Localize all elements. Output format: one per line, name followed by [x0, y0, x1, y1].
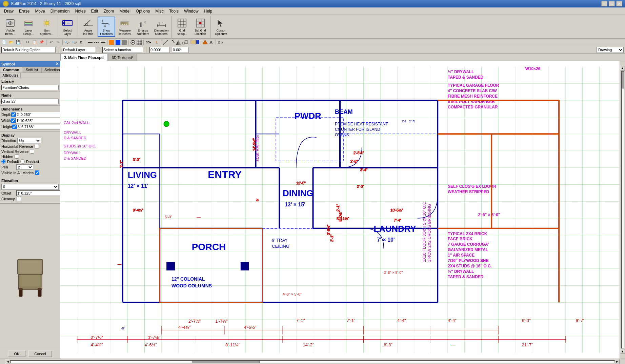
ok-button[interactable]: OK [8, 350, 25, 357]
close-button[interactable]: ✕ [616, 1, 622, 6]
tool-line-style[interactable] [87, 39, 93, 45]
tab-3d-textured[interactable]: 3D Textured* [108, 54, 137, 61]
offset-input[interactable] [16, 190, 60, 196]
tool-undo[interactable]: ↩ [47, 39, 54, 46]
menu-tools[interactable]: Tools [166, 8, 181, 14]
coord1-input[interactable] [149, 47, 170, 53]
tab-attributes[interactable]: Attributes [0, 73, 21, 78]
scroll-left-arrow[interactable]: ◄ [5, 359, 10, 364]
menu-zoom[interactable]: Zoom [101, 8, 117, 14]
visible-all-checkbox[interactable] [35, 170, 39, 175]
direction-select[interactable]: UpDownLeftRight [17, 138, 41, 143]
vscroll-thumb[interactable] [622, 72, 624, 88]
scroll-right-arrow[interactable]: ► [615, 359, 620, 364]
menu-window[interactable]: Window [181, 8, 201, 14]
tab-selections[interactable]: Selections [41, 67, 60, 73]
enlarge-numbers-button[interactable]: 1 4 EnlargeNumbers [134, 17, 152, 37]
menu-erase[interactable]: Erase [16, 8, 32, 14]
elevation-select[interactable]: 0 [1, 184, 59, 189]
set-grid-location-button[interactable]: Set GridLocation [191, 17, 209, 37]
symbol-panel-close[interactable]: ✕ [56, 62, 59, 66]
dimension-numbers-button[interactable]: 1 " DimensionNumbers [153, 17, 170, 37]
height-checkbox[interactable] [12, 124, 17, 129]
select-layer-button[interactable]: SelectLayer [59, 17, 76, 37]
tab-softlist[interactable]: SoftList [23, 67, 41, 73]
menu-edit[interactable]: Edit [88, 8, 101, 14]
tool-3d[interactable]: 3D▸ [145, 39, 153, 46]
height-input[interactable] [17, 124, 60, 129]
depth-input[interactable] [16, 112, 60, 117]
cursor-options-button[interactable]: CursorOptions▾ [212, 17, 230, 37]
sun-options-button[interactable]: SunOptions... [38, 17, 56, 37]
tool-redo[interactable]: ↪ [55, 39, 61, 46]
vert-reverse-checkbox[interactable] [30, 149, 34, 154]
tab-common[interactable]: Common [0, 67, 22, 73]
hscroll-track[interactable] [10, 360, 615, 363]
radio-default[interactable] [1, 159, 6, 164]
menu-notes[interactable]: Notes [72, 8, 88, 14]
width-input[interactable] [15, 118, 60, 123]
vertical-scrollbar[interactable]: ▲ ▼ [620, 61, 625, 359]
view-select[interactable]: Drawing 3D [597, 47, 624, 53]
tool-rotate[interactable] [169, 39, 175, 45]
tool-copy[interactable]: 📋 [31, 39, 38, 46]
visible-items-button[interactable]: VisibleItems... [1, 17, 19, 37]
tool-color2[interactable] [115, 39, 121, 45]
maximize-button[interactable]: □ [609, 1, 615, 6]
tool-dashed[interactable] [94, 39, 100, 45]
horiz-reverse-checkbox[interactable] [35, 144, 39, 148]
menu-model[interactable]: Model [117, 8, 133, 14]
radio-dashed[interactable] [20, 159, 25, 164]
horizontal-scrollbar[interactable]: ◄ ► [0, 359, 625, 364]
tool-measure[interactable] [162, 39, 168, 45]
library-input[interactable] [1, 85, 59, 90]
coord2-input[interactable] [172, 47, 189, 53]
tab-main-floor-plan[interactable]: 2. Main Floor Plan.spd [60, 54, 107, 61]
tool-zoom-in[interactable]: 🔍+ [64, 39, 70, 46]
tool-grid-toggle[interactable] [136, 39, 142, 45]
tool-save[interactable]: 💾 [15, 39, 22, 46]
layer-input[interactable]: Default Layer [62, 47, 96, 53]
scroll-up-arrow[interactable]: ▲ [620, 66, 625, 70]
tool-arrow[interactable] [202, 39, 208, 45]
tool-text[interactable]: A [208, 39, 215, 45]
cleanup-checkbox[interactable] [17, 197, 21, 201]
measure-in-inches-button[interactable]: Measurein Inches [116, 17, 134, 37]
grid-setup-button[interactable]: GridSetup... [173, 17, 191, 37]
tool-new[interactable]: 📄 [1, 39, 7, 46]
hidden-checkbox[interactable] [15, 154, 19, 159]
menu-misc[interactable]: Misc [153, 8, 166, 14]
tool-mirror[interactable] [175, 39, 181, 45]
tool-paste[interactable]: 📌 [38, 39, 45, 46]
cancel-button[interactable]: Cancel [28, 350, 52, 357]
hscroll-thumb[interactable] [192, 361, 260, 363]
drawing-area[interactable]: 4'-4¾" 4'-6½" 8'-11¼" 14'-2" 8'-8" — 21'… [60, 61, 620, 359]
tool-zoom-fit[interactable]: ⊡ [78, 39, 85, 46]
tool-scale[interactable] [182, 39, 188, 45]
function-input[interactable]: Select a function [102, 47, 143, 53]
menu-draw[interactable]: Draw [1, 8, 16, 14]
tool-more-options[interactable]: ⚙ ▸ [217, 39, 230, 45]
tool-color3[interactable] [121, 39, 127, 45]
tool-color1[interactable] [108, 39, 115, 45]
tool-walk[interactable]: 🚶 [153, 39, 160, 46]
minimize-button[interactable]: ─ [601, 1, 607, 6]
depth-checkbox[interactable] [11, 112, 16, 117]
scroll-down-arrow[interactable]: ▼ [620, 349, 625, 354]
name-input[interactable] [1, 99, 59, 104]
building-option-input[interactable]: Default Building Option [1, 47, 56, 53]
width-checkbox[interactable] [11, 118, 15, 123]
tool-thick[interactable] [100, 39, 106, 45]
angle-in-pitch-button[interactable]: 12 Anglein Pitch [79, 17, 97, 37]
tool-cut[interactable]: ✂ [24, 39, 31, 46]
menu-dimension[interactable]: Dimension [48, 8, 73, 14]
menu-options[interactable]: Options [133, 8, 153, 14]
menu-move[interactable]: Move [32, 8, 47, 14]
tool-snap[interactable] [130, 39, 136, 45]
pen-select[interactable]: 213 [16, 164, 33, 170]
tool-fill-color[interactable] [190, 39, 200, 45]
show-fractions-button[interactable]: 1 4 " ShowFractions [98, 17, 115, 37]
tool-open[interactable]: 📂 [8, 39, 15, 46]
tool-zoom-out[interactable]: 🔍- [71, 39, 78, 46]
layer-setup-button[interactable]: LayerSetup... [20, 17, 37, 37]
